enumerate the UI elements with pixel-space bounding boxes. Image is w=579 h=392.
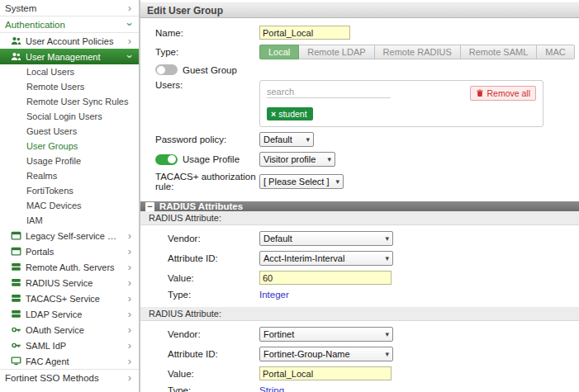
sidebar-item-realms[interactable]: Realms [0, 168, 139, 183]
sidebar-item-fortinet-sso-methods[interactable]: Fortinet SSO Methods › [0, 369, 139, 385]
chevron-right-icon: › [126, 324, 134, 335]
tacacs-rule-value: [ Please Select ] [263, 177, 330, 187]
attribute-id-row: Attribute ID: Acct-Interim-Interval ▾ [140, 251, 579, 266]
sidebar-item-label: IAM [26, 215, 134, 225]
password-policy-row: Password policy: Default ▾ [140, 132, 579, 147]
users-box: Remove all × student [259, 80, 543, 127]
sidebar-item-label: User Management [26, 52, 121, 62]
server-icon [11, 309, 21, 319]
sidebar-item-user-groups[interactable]: User Groups [0, 139, 139, 153]
guest-group-toggle[interactable] [155, 64, 178, 75]
chevron-down-icon: › [125, 21, 135, 29]
sidebar-item-authentication[interactable]: Authentication › [0, 17, 139, 33]
tacacs-rule-select[interactable]: [ Please Select ] ▾ [259, 174, 344, 189]
key-icon [11, 340, 21, 351]
sidebar-item-ldap-service[interactable]: LDAP Service › [0, 306, 139, 322]
sidebar-item-portals[interactable]: Portals › [0, 243, 139, 259]
sidebar-item-label: SAML IdP [26, 341, 121, 351]
sidebar-item-user-management[interactable]: User Management › [0, 49, 139, 64]
sidebar-item-label: Usage Profile [26, 156, 134, 166]
radius-attribute-subheader: RADIUS Attribute: [140, 211, 579, 225]
sidebar-item-label: Remote Users [26, 82, 134, 92]
sidebar-item-guest-users[interactable]: Guest Users [0, 124, 139, 139]
type-option-mac[interactable]: MAC [537, 45, 574, 59]
sidebar-item-remote-auth-servers[interactable]: Remote Auth. Servers › [0, 259, 139, 275]
sidebar-item-fortitokens[interactable]: FortiTokens [0, 183, 139, 198]
type-option-remote-ldap[interactable]: Remote LDAP [299, 45, 374, 59]
sidebar-item-mac-devices[interactable]: MAC Devices [0, 198, 139, 213]
chevron-right-icon: › [126, 246, 134, 257]
usage-profile-row: Usage Profile Visitor profile ▾ [140, 152, 579, 167]
sidebar-item-iam[interactable]: IAM [0, 213, 139, 228]
chevron-right-icon: › [126, 277, 134, 288]
usage-profile-select[interactable]: Visitor profile ▾ [259, 152, 335, 167]
chevron-right-icon: › [126, 35, 134, 46]
page-title: Edit User Group [140, 2, 579, 18]
sidebar-item-local-users[interactable]: Local Users [0, 64, 139, 79]
usage-profile-toggle[interactable] [155, 154, 178, 165]
sidebar-item-social-login-users[interactable]: Social Login Users [0, 109, 139, 124]
remove-tag-icon[interactable]: × [271, 109, 276, 119]
server-icon [11, 277, 21, 288]
sidebar-item-label: RADIUS Service [26, 278, 121, 288]
sidebar-item-label: Legacy Self-service Portal [26, 231, 121, 241]
attribute-id-select[interactable]: Acct-Interim-Interval ▾ [259, 251, 393, 266]
sidebar-item-label: Guest Users [26, 126, 134, 136]
trash-icon [476, 89, 484, 97]
type-option-local[interactable]: Local [259, 45, 299, 59]
name-input[interactable] [259, 26, 350, 40]
sidebar-item-label: Fortinet SSO Methods [5, 373, 126, 383]
type-segmented-control: Local Remote LDAP Remote RADIUS Remote S… [259, 45, 575, 59]
sidebar-item-remote-users[interactable]: Remote Users [0, 79, 139, 94]
value-input[interactable] [259, 366, 392, 380]
portal-icon [11, 230, 21, 241]
chevron-right-icon: › [126, 262, 134, 272]
sidebar-item-label: System [5, 3, 126, 13]
sidebar-item-saml-idp[interactable]: SAML IdP › [0, 338, 139, 353]
sidebar-item-user-account-policies[interactable]: User Account Policies › [0, 33, 139, 49]
usage-profile-label: Usage Profile [183, 154, 240, 164]
sidebar-item-tacacs-service[interactable]: TACACS+ Service › [0, 290, 139, 306]
collapse-icon[interactable]: − [145, 202, 154, 211]
user-tag-label: student [278, 109, 306, 119]
type-option-remote-saml[interactable]: Remote SAML [461, 45, 538, 59]
remove-all-button[interactable]: Remove all [470, 86, 536, 101]
sidebar-item-label: Remote User Sync Rules [26, 97, 134, 106]
sidebar-item-oauth-service[interactable]: OAuth Service › [0, 322, 139, 338]
sidebar-item-label: TACACS+ Service [26, 294, 121, 304]
sidebar-item-system[interactable]: System › [0, 0, 139, 17]
sidebar-item-label: FortiTokens [26, 186, 134, 196]
sidebar-item-label: User Groups [26, 141, 134, 151]
users-icon [11, 35, 21, 46]
app-window: System › Authentication › User Account P… [0, 0, 579, 392]
users-icon [11, 51, 21, 62]
chevron-down-icon: ▾ [336, 177, 340, 186]
chevron-down-icon: › [125, 53, 135, 61]
sidebar-item-legacy-self-service-portal[interactable]: Legacy Self-service Portal › [0, 228, 139, 243]
sidebar-item-label: MAC Devices [26, 201, 134, 210]
sidebar-item-label: User Account Policies [26, 36, 121, 46]
password-policy-select[interactable]: Default ▾ [259, 132, 314, 147]
attribute-id-select[interactable]: Fortinet-Group-Name ▾ [259, 347, 393, 361]
user-search-input[interactable] [267, 86, 391, 98]
value-row: Value: [140, 271, 579, 285]
vendor-select[interactable]: Default ▾ [259, 231, 393, 246]
sidebar-item-remote-user-sync-rules[interactable]: Remote User Sync Rules [0, 94, 139, 109]
sidebar-item-label: Authentication [5, 20, 126, 30]
vendor-select[interactable]: Fortinet ▾ [259, 327, 393, 342]
vendor-row: Vendor: Fortinet ▾ [140, 327, 579, 342]
guest-group-row: Guest Group [140, 64, 579, 75]
type-option-remote-radius[interactable]: Remote RADIUS [375, 45, 461, 59]
radius-attribute-subheader: RADIUS Attribute: [140, 307, 579, 321]
sidebar-item-usage-profile[interactable]: Usage Profile [0, 153, 139, 168]
sidebar-item-radius-service[interactable]: RADIUS Service › [0, 275, 139, 290]
portal-icon [11, 246, 21, 257]
vendor-label: Vendor: [168, 234, 259, 243]
vendor-row: Vendor: Default ▾ [140, 231, 579, 246]
value-input[interactable] [259, 271, 392, 285]
attr-type-row: Type: Integer [140, 290, 579, 300]
sidebar-item-label: LDAP Service [26, 309, 121, 319]
user-tag-student[interactable]: × student [267, 107, 313, 120]
sidebar-item-fac-agent[interactable]: FAC Agent › [0, 353, 139, 369]
attribute-id-value: Fortinet-Group-Name [263, 349, 350, 359]
